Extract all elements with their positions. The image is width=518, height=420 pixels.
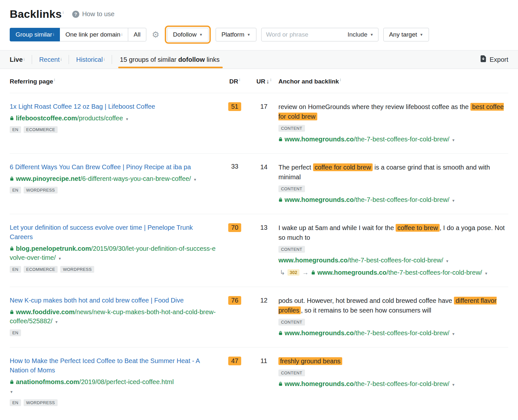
ur-cell: 13 xyxy=(249,223,278,277)
table-row: 1x Light Roast Coffee 12 oz Bag | Lifebo… xyxy=(10,93,508,153)
backlink-path: /the-7-best-coffees-for-cold-brew/ xyxy=(354,196,449,203)
anchor-backlink-header: Anchor and backlinki xyxy=(278,78,508,85)
dofollow-filter-dropdown[interactable]: Dofollow▼ xyxy=(167,28,208,41)
lock-icon xyxy=(278,195,283,204)
chevron-down-icon[interactable]: ▼ xyxy=(58,257,62,260)
link-grouping-control: Group similari One link per domaini All xyxy=(10,28,146,41)
referring-page-cell: 1x Light Roast Coffee 12 oz Bag | Lifebo… xyxy=(10,102,220,144)
lock-icon xyxy=(311,268,315,277)
referring-page-title[interactable]: How to Make the Perfect Iced Coffee to B… xyxy=(10,356,211,375)
export-button[interactable]: Export xyxy=(480,55,508,64)
chevron-down-icon: ▼ xyxy=(370,33,374,37)
backlink-url[interactable]: www.homegrounds.co/the-7-best-coffees-fo… xyxy=(278,256,505,265)
all-label: All xyxy=(134,31,141,38)
include-dropdown[interactable]: Include▼ xyxy=(343,31,378,38)
page-title: Backlinksi xyxy=(10,8,64,20)
ur-cell: 11 xyxy=(249,356,278,406)
link-type-badges: CONTENT xyxy=(278,370,505,376)
redirect-branch-icon: ↳ xyxy=(280,269,285,276)
chevron-down-icon[interactable]: ▼ xyxy=(452,383,455,387)
tab-live-label: Live xyxy=(10,56,23,63)
language-badge: EN xyxy=(10,187,21,193)
anchor-backlink-cell: The perfect coffee for cold brew is a co… xyxy=(278,162,505,204)
dr-value: 76 xyxy=(228,296,241,305)
one-link-per-domain-button[interactable]: One link per domaini xyxy=(60,28,128,41)
redirect-chain[interactable]: ↳302→www.homegrounds.co/the-7-best-coffe… xyxy=(278,268,505,277)
platform-badge: ECOMMERCE xyxy=(24,126,58,133)
anchor-text: The perfect coffee for cold brew is a co… xyxy=(278,162,505,182)
table-row: 6 Different Ways You Can Brew Coffee | P… xyxy=(10,153,508,214)
table-header-row: Referring pagei DRi UR↓i Anchor and back… xyxy=(10,69,508,93)
ur-header[interactable]: UR↓i xyxy=(249,78,278,85)
content-badge: CONTENT xyxy=(278,319,305,326)
ur-cell: 14 xyxy=(249,162,278,204)
view-tabbar: Livei Recenti Historicali 15 groups of s… xyxy=(0,50,518,69)
sort-desc-icon: ↓ xyxy=(266,78,270,85)
chevron-down-icon[interactable]: ▼ xyxy=(10,390,13,394)
group-similar-button[interactable]: Group similari xyxy=(10,28,60,41)
backlinks-table: Referring pagei DRi UR↓i Anchor and back… xyxy=(0,69,518,415)
chevron-down-icon[interactable]: ▼ xyxy=(452,138,455,142)
export-label: Export xyxy=(490,56,508,63)
referring-page-url[interactable]: anationofmoms.com/2019/08/perfect-iced-c… xyxy=(10,377,217,396)
referring-page-title[interactable]: 1x Light Roast Coffee 12 oz Bag | Lifebo… xyxy=(10,102,211,111)
referring-page-title[interactable]: 6 Different Ways You Can Brew Coffee | P… xyxy=(10,162,211,172)
chevron-down-icon: ▼ xyxy=(247,33,251,37)
backlink-path: /the-7-best-coffees-for-cold-brew/ xyxy=(348,257,443,264)
platform-filter-dropdown[interactable]: Platform▼ xyxy=(216,28,256,41)
language-badge: EN xyxy=(10,329,21,336)
any-target-dropdown[interactable]: Any target▼ xyxy=(383,28,429,41)
referring-page-url[interactable]: www.pinoyrecipe.net/6-different-ways-you… xyxy=(10,174,217,183)
table-row: New K-cup makes both hot and cold brew c… xyxy=(10,287,508,347)
dr-value: 51 xyxy=(228,102,241,111)
chevron-down-icon[interactable]: ▼ xyxy=(445,259,449,263)
results-summary: 15 groups of similar dofollow links xyxy=(120,56,220,63)
ur-value: 11 xyxy=(261,357,267,365)
referring-path: /products/coffee xyxy=(77,115,123,122)
platform-badge: WORDPRESS xyxy=(24,187,58,193)
referring-page-url[interactable]: blog.penelopetrunk.com/2015/09/30/let-yo… xyxy=(10,244,217,262)
referring-page-title[interactable]: Let your definition of success evolve ov… xyxy=(10,223,211,242)
referring-domain: blog.penelopetrunk.com xyxy=(16,245,91,252)
backlink-url[interactable]: www.homegrounds.co/the-7-best-coffees-fo… xyxy=(278,379,505,389)
anchor-backlink-cell: freshly ground beans CONTENT www.homegro… xyxy=(278,356,505,406)
dofollow-annotation-highlight: Dofollow▼ xyxy=(165,26,211,44)
platform-badge: WORDPRESS xyxy=(60,266,94,273)
tab-live[interactable]: Livei xyxy=(10,55,32,64)
ur-value: 14 xyxy=(260,163,267,171)
anchor-text: review on HomeGrounds where they review … xyxy=(278,102,505,121)
word-or-phrase-input[interactable] xyxy=(262,31,343,38)
lock-icon xyxy=(10,174,14,183)
how-to-use-link[interactable]: ? How to use xyxy=(72,10,115,18)
ur-cell: 17 xyxy=(249,102,278,144)
chevron-down-icon[interactable]: ▼ xyxy=(452,199,455,203)
info-icon: i xyxy=(239,77,240,82)
chevron-down-icon[interactable]: ▼ xyxy=(484,271,488,275)
chevron-down-icon[interactable]: ▼ xyxy=(452,332,455,336)
chevron-down-icon[interactable]: ▼ xyxy=(193,178,197,182)
redirect-domain: www.homegrounds.co xyxy=(317,269,387,276)
summary-prefix: 15 groups of similar xyxy=(120,56,178,63)
page-badges: EN xyxy=(10,329,220,336)
link-type-badges: CONTENT xyxy=(278,319,505,326)
backlink-url[interactable]: www.homegrounds.co/the-7-best-coffees-fo… xyxy=(278,195,505,204)
link-type-badges: CONTENT xyxy=(278,125,505,132)
all-links-button[interactable]: All xyxy=(128,28,146,41)
backlink-url[interactable]: www.homegrounds.co/the-7-best-coffees-fo… xyxy=(278,135,505,144)
tab-recent[interactable]: Recenti xyxy=(32,55,69,64)
group-similar-label: Group similar xyxy=(16,31,52,38)
referring-page-cell: 6 Different Ways You Can Brew Coffee | P… xyxy=(10,162,220,204)
chevron-down-icon[interactable]: ▼ xyxy=(125,117,129,121)
referring-page-url[interactable]: lifeboostcoffee.com/products/coffee▼ xyxy=(10,114,217,123)
link-type-badges: CONTENT xyxy=(278,185,505,192)
content-badge: CONTENT xyxy=(278,185,305,192)
referring-page-title[interactable]: New K-cup makes both hot and cold brew c… xyxy=(10,296,211,305)
dr-header[interactable]: DRi xyxy=(220,78,249,85)
summary-dofollow: dofollow xyxy=(178,56,205,63)
chevron-down-icon[interactable]: ▼ xyxy=(55,320,58,324)
tab-historical[interactable]: Historicali xyxy=(69,55,112,64)
anchor-backlink-cell: I wake up at 5am and while I wait for th… xyxy=(278,223,505,277)
gear-icon[interactable]: ⚙ xyxy=(152,30,159,39)
backlink-url[interactable]: www.homegrounds.co/the-7-best-coffees-fo… xyxy=(278,328,505,338)
referring-page-url[interactable]: www.fooddive.com/news/new-k-cup-makes-bo… xyxy=(10,307,217,326)
